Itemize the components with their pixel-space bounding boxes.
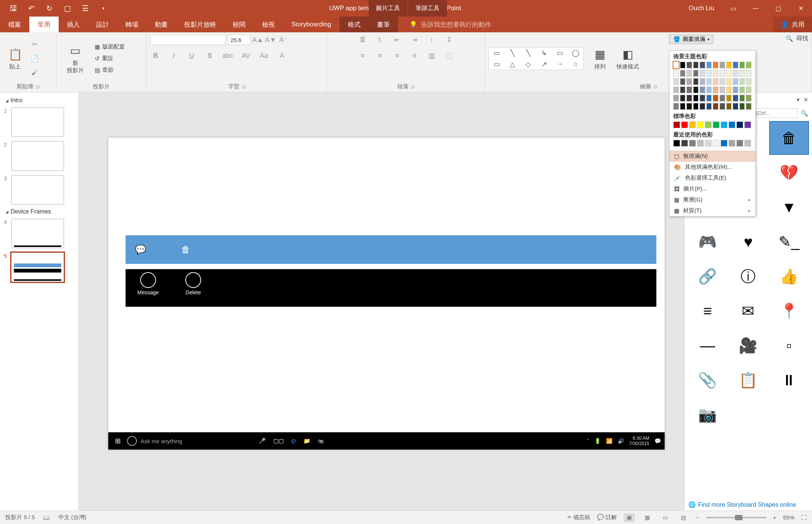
color-swatch[interactable] [713,70,718,77]
font-name-input[interactable] [150,35,226,45]
blue-command-bar[interactable]: 💬 🗑 [126,235,656,264]
quick-styles-button[interactable]: ◧ 快速樣式 [617,47,639,70]
paste-button[interactable]: 📋 貼上 [4,47,26,70]
clock[interactable]: 6:30 AM 7/30/2015 [629,436,649,446]
start-from-beginning-icon[interactable]: ▢ [62,3,73,14]
undo-icon[interactable]: ↶ [26,3,37,14]
thumbnail-1[interactable]: 1 [0,105,79,139]
clipboard-dialog-icon[interactable]: ◲ [36,84,39,89]
font-color-icon[interactable]: A [277,50,287,61]
slide-thumbnails-pane[interactable]: Intro 1 2 3 Device Frames 4 5 [0,92,79,510]
shape-highlight-icon[interactable]: ✎_ [769,225,809,259]
black-command-bar[interactable]: Message Delete [126,269,656,307]
color-swatch[interactable] [706,78,712,85]
color-swatch[interactable] [736,140,743,147]
color-swatch[interactable] [680,70,686,77]
slide-canvas[interactable]: 💬 🗑 Message Delete ⊞ Ask me anything [108,138,665,450]
color-swatch[interactable] [700,95,705,101]
color-swatch[interactable] [713,95,718,101]
grow-font-icon[interactable]: A▲ [253,35,263,45]
share-button[interactable]: 👤 共用 [773,17,812,32]
color-swatch[interactable] [681,140,688,147]
color-swatch[interactable] [729,140,735,147]
color-swatch[interactable] [693,70,699,77]
shape-arrow2-icon[interactable]: → [552,59,567,70]
no-fill-item[interactable]: ▢無填滿(N) [670,151,755,162]
color-swatch[interactable] [681,121,688,128]
color-swatch[interactable] [746,95,751,101]
explorer-icon[interactable]: 📁 [300,438,314,444]
text-direction-icon[interactable]: ↧ [444,35,454,45]
touch-mode-icon[interactable]: ☰ [80,3,91,14]
spacing-icon[interactable]: AV [241,50,251,61]
tray-chevron-icon[interactable]: ˄ [586,438,589,444]
color-swatch[interactable] [726,70,732,77]
shape-list-icon[interactable]: ≡ [688,294,727,328]
color-swatch[interactable] [693,78,699,85]
color-swatch[interactable] [706,70,712,77]
thumbnail-5[interactable]: 5 [0,250,79,284]
color-swatch[interactable] [673,103,679,110]
spellcheck-icon[interactable]: 📖 [43,514,50,521]
color-swatch[interactable] [686,78,692,85]
font-size-input[interactable] [228,35,250,45]
color-swatch[interactable] [720,62,725,68]
thumbnail-2[interactable]: 2 [0,139,79,173]
redo-icon[interactable]: ↻ [44,3,55,14]
notes-button[interactable]: ≐ 備忘稿 [567,514,590,521]
color-swatch[interactable] [746,62,751,68]
color-swatch[interactable] [700,86,705,93]
cut-icon[interactable]: ✂ [29,39,40,50]
color-swatch[interactable] [744,140,751,147]
color-swatch[interactable] [733,95,738,101]
color-swatch[interactable] [705,140,712,147]
texture-item[interactable]: ▩材質(T)▸ [670,205,755,216]
align-right-icon[interactable]: ≡ [392,50,403,61]
save-icon[interactable]: 🖫 [8,3,19,14]
eyedropper-item[interactable]: 💉色彩選擇工具(E) [670,173,755,183]
color-swatch[interactable] [746,103,751,110]
clear-format-icon[interactable]: A⁻ [278,35,289,45]
section-intro[interactable]: Intro [0,95,79,105]
shape-pause-icon[interactable]: ⏸ [769,363,809,397]
volume-icon[interactable]: 🔊 [618,438,624,444]
color-swatch[interactable] [713,86,718,93]
shape-fill-button[interactable]: 🪣 圖案填滿 ▾ [669,35,714,44]
color-swatch[interactable] [693,62,699,68]
color-swatch[interactable] [686,70,692,77]
shape-textbox-icon[interactable]: ▭ [489,48,504,58]
italic-icon[interactable]: I [168,50,179,61]
tab-view[interactable]: 檢視 [254,17,283,32]
align-center-icon[interactable]: ≡ [375,50,385,61]
delete-icon-white[interactable]: 🗑 [174,244,197,255]
color-swatch[interactable] [693,103,699,110]
shape-game-icon[interactable]: 🎮 [688,225,727,259]
strike-icon[interactable]: abc [223,50,233,61]
color-swatch[interactable] [739,86,745,93]
find-more-shapes-link[interactable]: 🌐 Find more Storyboard Shapes online [685,499,812,510]
color-swatch[interactable] [726,86,732,93]
color-swatch[interactable] [673,95,679,101]
align-left-icon[interactable]: ≡ [358,50,368,61]
shape-roundrect-icon[interactable]: ▭ [489,59,504,70]
picture-tools-tab[interactable]: 圖片工具 [368,0,408,17]
tab-review[interactable]: 校閱 [224,17,254,32]
shape-attach-icon[interactable]: 📎 [688,363,727,397]
tab-design[interactable]: 設計 [88,17,117,32]
color-swatch[interactable] [680,62,686,68]
line-spacing-icon[interactable]: ↕ [427,35,437,45]
color-swatch[interactable] [713,121,720,128]
color-swatch[interactable] [680,103,686,110]
color-swatch[interactable] [720,86,725,93]
mic-icon[interactable]: 🎤 [255,438,270,444]
color-swatch[interactable] [697,140,704,147]
color-swatch[interactable] [700,103,705,110]
language-indicator[interactable]: 中文 (台灣) [58,514,86,521]
normal-view-icon[interactable]: ▣ [624,513,635,522]
smartart-icon[interactable]: ⬚ [444,50,454,61]
shrink-font-icon[interactable]: A▼ [265,35,276,45]
color-swatch[interactable] [689,140,696,147]
thumbnail-4[interactable]: 4 [0,217,79,250]
paragraph-dialog-icon[interactable]: ◲ [411,84,415,89]
layout-button[interactable]: ▦版面配置 [93,42,126,51]
